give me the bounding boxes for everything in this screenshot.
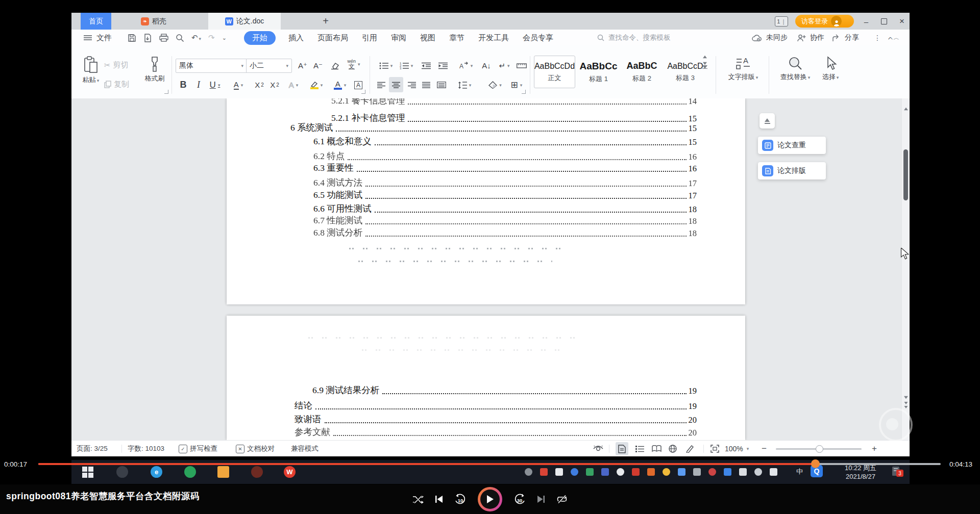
shading-button[interactable]: ▾ bbox=[485, 78, 505, 92]
seek-knob[interactable] bbox=[811, 459, 820, 468]
tray-icon-17[interactable] bbox=[770, 468, 777, 476]
menu-tab-开始[interactable]: 开始 bbox=[244, 31, 276, 45]
menu-tab-页面布局[interactable]: 页面布局 bbox=[316, 32, 349, 44]
text-direction-button[interactable]: A▾ bbox=[455, 59, 476, 72]
style-item[interactable]: AaBbCcDd正文 bbox=[534, 56, 575, 88]
rewind-10-button[interactable]: 10 bbox=[454, 494, 467, 505]
menu-tab-视图[interactable]: 视图 bbox=[419, 32, 436, 44]
align-left-button[interactable] bbox=[375, 78, 388, 92]
word-count[interactable]: 字数: 10103 bbox=[128, 441, 164, 456]
tray-icon-3[interactable] bbox=[555, 468, 563, 476]
new-tab-button[interactable]: + bbox=[320, 15, 332, 27]
sort-button[interactable]: A↓ bbox=[479, 59, 494, 72]
page-indicator[interactable]: 页面: 3/25 bbox=[77, 441, 108, 456]
zoom-level[interactable]: 100%▾ bbox=[725, 441, 749, 456]
save-icon[interactable] bbox=[128, 34, 136, 42]
collaborate-button[interactable]: 协作 bbox=[797, 30, 825, 46]
seek-bar[interactable] bbox=[38, 463, 941, 465]
tray-icon-2[interactable] bbox=[540, 468, 548, 476]
align-center-button[interactable] bbox=[389, 77, 403, 92]
style-item[interactable]: AaBbCcD标题 3 bbox=[665, 56, 705, 88]
font-color-button[interactable]: A ▾ bbox=[330, 78, 350, 92]
proofread-toggle[interactable]: ✕ 文档校对 bbox=[236, 441, 275, 456]
document-canvas[interactable]: 5.2.1 餐卡信息管理145.2.1 补卡信息管理156 系统测试156.1 … bbox=[71, 98, 901, 440]
scrollbar-thumb[interactable] bbox=[903, 149, 908, 200]
share-button[interactable]: 分享 bbox=[832, 30, 860, 46]
repeat-off-button[interactable] bbox=[556, 495, 568, 504]
tray-icon-8[interactable] bbox=[632, 468, 640, 476]
forward-30-button[interactable]: 30 bbox=[513, 494, 526, 505]
visitor-login-button[interactable]: 访客登录 bbox=[795, 15, 854, 28]
show-marks-button[interactable]: ↵▾ bbox=[495, 59, 513, 72]
copy-button[interactable]: 复制 bbox=[104, 78, 138, 91]
more-options-button[interactable]: ⋮ bbox=[874, 30, 881, 46]
paper-typeset-button[interactable]: 论文排版 bbox=[758, 162, 826, 179]
green-browser-icon[interactable] bbox=[184, 466, 196, 478]
redo-button[interactable]: ↷ bbox=[208, 33, 215, 42]
font-size-combo[interactable]: 小二▾ bbox=[246, 59, 292, 73]
clear-format-button[interactable] bbox=[328, 59, 341, 72]
menu-tab-章节[interactable]: 章节 bbox=[448, 32, 465, 44]
gallery-scroll-down[interactable] bbox=[703, 62, 707, 65]
italic-button[interactable]: I bbox=[193, 78, 204, 92]
tray-icon-6[interactable] bbox=[601, 468, 609, 476]
tray-icon-9[interactable] bbox=[647, 468, 655, 476]
minimize-button[interactable]: – bbox=[860, 15, 873, 28]
tab-document[interactable]: W 论文.doc bbox=[208, 13, 281, 30]
scroll-up-arrow[interactable] bbox=[903, 100, 909, 117]
command-search[interactable]: 查找命令、搜索模板 bbox=[597, 30, 671, 46]
input-method-indicator[interactable]: 中 bbox=[796, 467, 803, 476]
ink-button[interactable] bbox=[685, 441, 694, 456]
increase-indent-button[interactable] bbox=[436, 59, 450, 72]
tray-icon-1[interactable] bbox=[525, 468, 532, 476]
gallery-scroll-up[interactable] bbox=[703, 56, 707, 59]
distribute-button[interactable] bbox=[435, 78, 448, 92]
gallery-more-button[interactable] bbox=[702, 68, 707, 78]
collapse-ribbon-button[interactable]: ᨈ︿ bbox=[888, 30, 899, 46]
export-pdf-icon[interactable] bbox=[143, 34, 152, 42]
spellcheck-toggle[interactable]: ✓ 拼写检查 bbox=[179, 441, 217, 456]
line-spacing-button[interactable]: ▾ bbox=[454, 78, 475, 92]
menu-tab-会员专享[interactable]: 会员专享 bbox=[522, 32, 554, 44]
style-item[interactable]: AaBbC标题 2 bbox=[622, 56, 662, 88]
paste-button[interactable]: 粘贴▾ bbox=[78, 56, 104, 85]
print-icon[interactable] bbox=[159, 34, 168, 42]
bold-button[interactable]: B bbox=[177, 78, 190, 92]
underline-button[interactable]: U▾ bbox=[205, 78, 225, 92]
taskbar-clock[interactable]: 10:22 周五 2021/8/27 bbox=[832, 464, 889, 481]
select-button[interactable]: 选择▾ bbox=[818, 56, 843, 82]
tab-ruler-button[interactable] bbox=[514, 59, 529, 72]
tray-icon-11[interactable] bbox=[678, 468, 685, 476]
compat-mode[interactable]: 兼容模式 bbox=[291, 441, 318, 456]
fit-page-button[interactable] bbox=[710, 441, 719, 456]
restore-button[interactable] bbox=[877, 15, 891, 28]
edge-browser-icon[interactable]: e bbox=[151, 466, 162, 478]
menu-tab-插入[interactable]: 插入 bbox=[287, 32, 305, 44]
zoom-in-button[interactable]: + bbox=[872, 441, 877, 456]
tray-icon-5[interactable] bbox=[586, 468, 594, 476]
menu-tab-引用[interactable]: 引用 bbox=[361, 32, 378, 44]
find-replace-button[interactable]: 查找替换▾ bbox=[776, 56, 815, 82]
start-button[interactable] bbox=[82, 466, 93, 478]
menu-tab-审阅[interactable]: 审阅 bbox=[390, 32, 407, 44]
play-button[interactable] bbox=[478, 487, 502, 511]
tray-icon-4[interactable] bbox=[571, 468, 578, 476]
paper-check-button[interactable]: 论文查重 bbox=[758, 137, 826, 154]
text-tool-button[interactable]: A 文字排版▾ bbox=[726, 56, 761, 82]
align-right-button[interactable] bbox=[405, 78, 419, 92]
tray-icon-13[interactable] bbox=[708, 468, 716, 476]
increase-font-button[interactable]: A⁺ bbox=[296, 59, 309, 72]
tab-home[interactable]: 首页 bbox=[81, 13, 111, 30]
numbered-list-button[interactable]: 123▾ bbox=[397, 59, 415, 72]
zoom-out-button[interactable]: − bbox=[762, 441, 767, 456]
eye-protect-button[interactable] bbox=[593, 441, 603, 456]
decrease-font-button[interactable]: A⁻ bbox=[311, 59, 325, 72]
tray-icon-14[interactable] bbox=[724, 468, 731, 476]
highlight-color-button[interactable]: ▾ bbox=[306, 78, 327, 92]
notification-center-button[interactable]: 3 bbox=[891, 466, 902, 478]
page-view-button[interactable] bbox=[616, 442, 628, 455]
side-panel-collapse-button[interactable] bbox=[760, 113, 775, 128]
pinwheel-app-icon[interactable] bbox=[116, 466, 128, 478]
decrease-indent-button[interactable] bbox=[419, 59, 433, 72]
next-button[interactable] bbox=[537, 495, 545, 503]
